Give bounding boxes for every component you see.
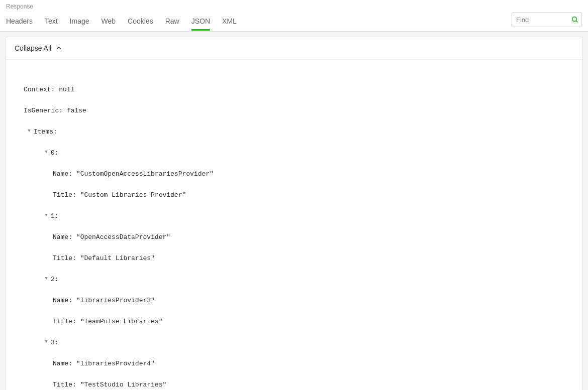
response-header: Response Headers Text Image Web Cookies … <box>0 0 588 32</box>
triangle-down-icon: ▼ <box>44 147 49 158</box>
response-tabs: Headers Text Image Web Cookies Raw JSON … <box>6 13 237 31</box>
tab-headers[interactable]: Headers <box>6 13 33 31</box>
search-container <box>512 12 582 27</box>
tab-web[interactable]: Web <box>102 13 116 31</box>
collapse-all-button[interactable]: Collapse All <box>6 37 582 60</box>
json-row: Name: "CustomOpenAccessLibrariesProvider… <box>20 169 568 179</box>
collapse-label: Collapse All <box>15 44 51 52</box>
json-row[interactable]: ▼Items: <box>20 126 568 137</box>
json-row: Title: "Custom Libraries Provider" <box>20 190 568 200</box>
triangle-down-icon: ▼ <box>44 337 49 347</box>
content-area: Collapse All Context: null IsGeneric: fa… <box>0 32 588 390</box>
triangle-down-icon: ▼ <box>44 274 49 284</box>
json-row[interactable]: ▼3: <box>20 337 568 348</box>
json-row: Name: "OpenAccessDataProvider" <box>20 232 568 242</box>
tab-text[interactable]: Text <box>45 13 58 31</box>
json-row: Name: "librariesProvider4" <box>20 358 568 369</box>
json-row: Context: null <box>20 84 568 95</box>
tab-json[interactable]: JSON <box>191 13 210 31</box>
tab-xml[interactable]: XML <box>222 13 237 31</box>
tab-image[interactable]: Image <box>70 13 89 31</box>
json-row: IsGeneric: false <box>20 105 568 116</box>
tab-cookies[interactable]: Cookies <box>128 13 153 31</box>
chevron-up-icon <box>55 45 62 52</box>
json-row: Title: "TeamPulse Libraries" <box>20 316 568 327</box>
json-viewer: Context: null IsGeneric: false ▼Items: ▼… <box>6 60 582 390</box>
svg-point-0 <box>572 17 577 22</box>
svg-line-1 <box>576 21 577 22</box>
tab-raw[interactable]: Raw <box>165 13 179 31</box>
json-row[interactable]: ▼1: <box>20 211 568 221</box>
json-row[interactable]: ▼0: <box>20 148 568 158</box>
triangle-down-icon: ▼ <box>27 126 32 137</box>
triangle-down-icon: ▼ <box>44 210 49 221</box>
search-icon[interactable] <box>571 16 579 24</box>
json-row: Name: "librariesProvider3" <box>20 295 568 306</box>
json-row: Title: "Default Libraries" <box>20 253 568 264</box>
json-row: Title: "TestStudio Libraries" <box>20 379 568 390</box>
json-panel: Collapse All Context: null IsGeneric: fa… <box>5 37 583 390</box>
section-title: Response <box>0 3 588 12</box>
json-row[interactable]: ▼2: <box>20 274 568 285</box>
